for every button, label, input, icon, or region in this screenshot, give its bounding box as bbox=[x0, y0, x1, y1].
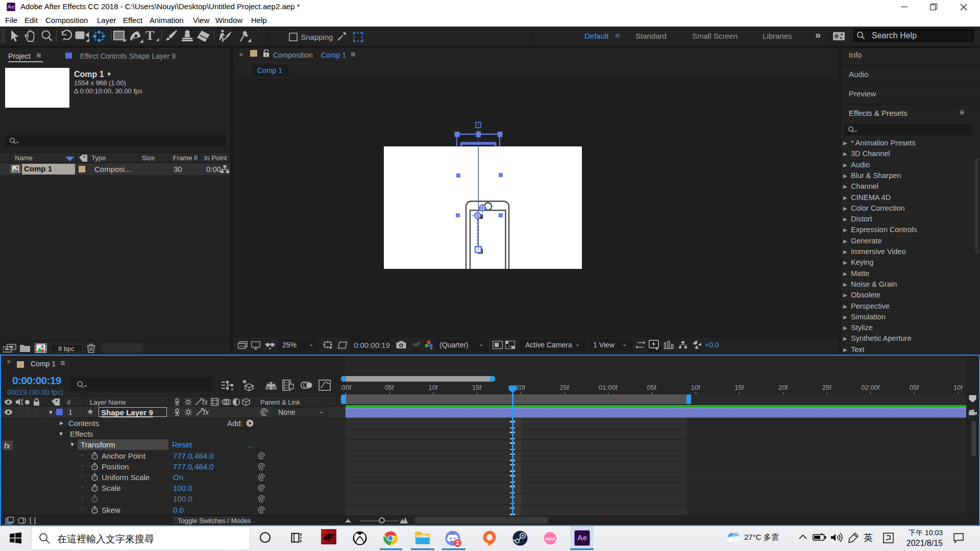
svg-text:fx: fx bbox=[203, 408, 209, 416]
svg-text:2: 2 bbox=[456, 540, 459, 546]
svg-text:osu!: osu! bbox=[546, 536, 555, 541]
svg-text:fx: fx bbox=[202, 398, 208, 406]
